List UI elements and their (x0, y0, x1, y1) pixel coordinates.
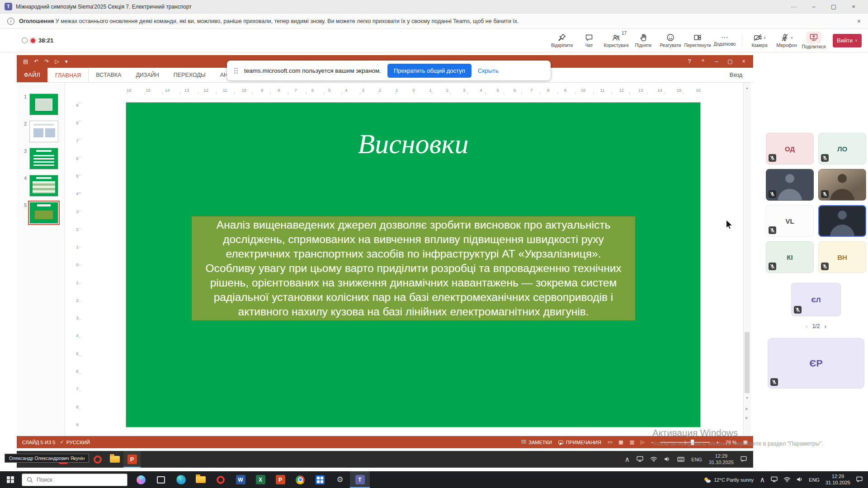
participant-video-tile-selected[interactable] (818, 205, 866, 237)
zoom-slider[interactable] (660, 442, 710, 443)
action-center-icon[interactable] (741, 455, 747, 464)
slideshow-view-button[interactable]: ▷ (641, 439, 644, 445)
powerpoint-icon[interactable]: P (270, 471, 290, 488)
next-slide-button[interactable]: » (743, 414, 751, 422)
announcement-close-icon[interactable]: × (857, 18, 861, 25)
ppt-restore-button[interactable]: ▢ (723, 58, 737, 65)
chrome-icon[interactable] (290, 471, 310, 488)
display-icon[interactable] (637, 455, 643, 464)
participant-video-tile[interactable] (818, 169, 866, 201)
chevron-down-icon[interactable]: ∨ (764, 36, 766, 40)
more-button[interactable]: ··· Додатково (711, 29, 738, 52)
qat-customize-icon[interactable]: ▾ (65, 58, 68, 65)
reading-view-button[interactable]: ▥ (630, 439, 634, 445)
tab-design[interactable]: ДИЗАЙН (128, 68, 166, 82)
leave-button[interactable]: Вийти∨ (833, 34, 862, 47)
tab-home[interactable]: ГЛАВНАЯ (47, 68, 89, 82)
tray-expand-icon[interactable]: ∧ (760, 475, 765, 484)
tab-transitions[interactable]: ПЕРЕХОДЫ (166, 68, 213, 82)
camera-button[interactable]: ∨ Камера (746, 29, 773, 52)
page-previous-icon[interactable]: ‹ (806, 323, 808, 330)
raise-hand-button[interactable]: Підняти (630, 29, 657, 52)
scroll-down-icon[interactable]: ▾ (743, 394, 751, 401)
participant-video-tile[interactable] (766, 169, 814, 201)
file-explorer-icon[interactable] (106, 451, 123, 468)
participant-tile[interactable]: КІ (766, 241, 814, 273)
undo-icon[interactable]: ↶ (34, 58, 38, 65)
react-button[interactable]: Реагувати (657, 29, 684, 52)
normal-view-button[interactable]: ▭ (608, 439, 612, 445)
language-indicator[interactable]: ENG (809, 477, 820, 483)
previous-slide-button[interactable]: « (743, 405, 751, 413)
slide-3-thumbnail[interactable] (29, 148, 58, 169)
slide-canvas[interactable]: Висновки Аналіз вищенаведених джерел доз… (126, 103, 700, 427)
redo-icon[interactable]: ↷ (44, 58, 49, 65)
touch-keyboard-icon[interactable] (677, 455, 684, 464)
opera-icon[interactable] (89, 451, 106, 468)
hide-banner-link[interactable]: Скрыть (478, 67, 499, 74)
minimize-button[interactable]: – (804, 0, 824, 13)
volume-icon[interactable] (797, 476, 803, 484)
powerpoint-icon[interactable]: P (123, 451, 141, 468)
zoom-out-button[interactable]: − (651, 440, 654, 445)
chevron-down-icon[interactable]: ∨ (855, 38, 858, 42)
slide-5-thumbnail-selected[interactable] (29, 202, 58, 224)
settings-gear-icon[interactable]: ⚙ (330, 471, 350, 488)
slide-thumbnail-row[interactable]: 4 (21, 175, 65, 197)
slide-thumbnail-row[interactable]: 2 (21, 121, 65, 142)
zoom-level[interactable]: 78 % (726, 440, 737, 445)
stop-sharing-button[interactable]: Прекратить общий доступ (387, 64, 472, 78)
page-next-icon[interactable]: › (824, 323, 826, 330)
search-input[interactable] (37, 477, 113, 483)
display-icon[interactable] (771, 476, 778, 484)
tab-file[interactable]: ФАЙЛ (17, 68, 47, 82)
slide-text-box[interactable]: Аналіз вищенаведених джерел дозволяє зро… (191, 216, 636, 321)
tray-expand-icon[interactable]: ∧ (624, 455, 630, 464)
view-button[interactable]: Переглянути (684, 29, 711, 52)
participant-tile[interactable]: VL (766, 205, 814, 237)
zoom-in-button[interactable]: + (716, 440, 719, 445)
participant-tile[interactable]: ОД (766, 133, 814, 164)
wifi-icon[interactable] (783, 476, 791, 484)
slide-sorter-view-button[interactable]: ▦ (618, 439, 623, 445)
file-explorer-icon[interactable] (191, 471, 211, 488)
taskbar-clock[interactable]: 12:2931.10.2025 (826, 474, 850, 486)
word-icon[interactable]: W (231, 471, 250, 488)
unpin-button[interactable]: Відкріпити (548, 29, 576, 52)
fit-to-window-button[interactable]: ▣ (743, 439, 748, 445)
volume-icon[interactable] (664, 455, 670, 464)
slide-thumbnail-row[interactable]: 5 (21, 202, 65, 224)
scrollbar-thumb[interactable] (745, 332, 750, 393)
wifi-icon[interactable] (650, 455, 657, 464)
teams-icon[interactable]: T (350, 471, 370, 488)
sign-in-link[interactable]: Вход (730, 68, 753, 82)
participant-tile[interactable]: ЛО (818, 133, 866, 164)
chat-button[interactable]: Чат (576, 29, 603, 52)
participant-overflow-tile[interactable]: ЄР (768, 338, 864, 389)
slide-4-thumbnail[interactable] (29, 175, 58, 197)
slide-2-thumbnail[interactable] (29, 121, 58, 142)
start-button[interactable] (0, 471, 21, 488)
copilot-icon[interactable] (131, 471, 151, 488)
close-button[interactable]: × (844, 0, 863, 13)
notes-button[interactable]: ЗАМЕТКИ (521, 440, 552, 445)
task-view-icon[interactable] (151, 471, 171, 488)
ppt-close-button[interactable]: × (737, 58, 750, 65)
scroll-up-icon[interactable]: ▴ (743, 84, 751, 91)
comments-button[interactable]: ПРИМЕЧАНИЯ (558, 440, 601, 445)
taskbar-search[interactable] (22, 474, 127, 486)
participants-button[interactable]: 17 Користувачі (603, 29, 630, 52)
store-icon[interactable] (310, 471, 330, 488)
zoom-slider-thumb[interactable] (691, 440, 694, 445)
start-slideshow-icon[interactable]: ▷ (55, 58, 59, 65)
opera-icon[interactable] (211, 471, 231, 488)
participant-tile[interactable]: ЄЛ (791, 283, 841, 316)
mic-button[interactable]: ∨ Мікрофон (773, 29, 800, 52)
slide-thumbnail-row[interactable]: 3 (21, 148, 65, 169)
excel-icon[interactable]: X (250, 471, 270, 488)
ppt-minimize-button[interactable]: – (710, 58, 723, 65)
share-button[interactable]: Поділитися (800, 29, 827, 52)
slide-1-thumbnail[interactable] (29, 94, 58, 115)
slide-title[interactable]: Висновки (126, 103, 700, 160)
participant-tile[interactable]: ВН (818, 241, 866, 273)
